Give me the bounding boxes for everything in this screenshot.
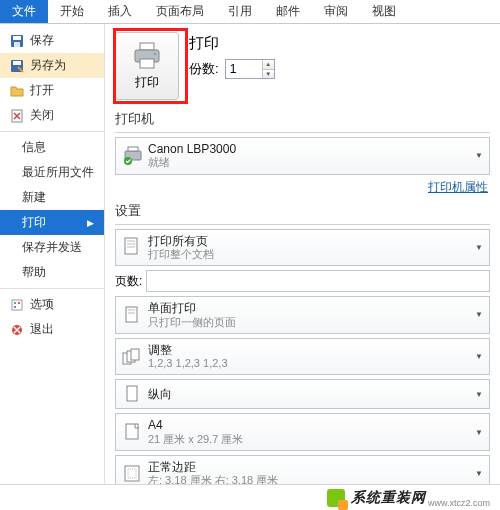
dd-sub: 打印整个文档 bbox=[148, 248, 214, 261]
sidebar-label: 退出 bbox=[30, 321, 54, 338]
svg-point-17 bbox=[124, 157, 132, 165]
settings-section-title: 设置 bbox=[115, 202, 490, 220]
tab-insert[interactable]: 插入 bbox=[96, 0, 144, 23]
document-icon bbox=[122, 237, 142, 257]
svg-rect-2 bbox=[14, 42, 20, 47]
brand-logo-icon bbox=[327, 489, 345, 507]
copies-spinner[interactable]: ▲▼ bbox=[225, 59, 275, 79]
svg-rect-18 bbox=[125, 238, 137, 254]
orientation-dropdown[interactable]: 纵向 ▼ bbox=[115, 379, 490, 409]
svg-rect-7 bbox=[14, 302, 16, 304]
tab-mailings[interactable]: 邮件 bbox=[264, 0, 312, 23]
duplex-dropdown[interactable]: 单面打印只打印一侧的页面 ▼ bbox=[115, 296, 490, 334]
sidebar-label: 信息 bbox=[22, 139, 46, 156]
watermark-footer: 系统重装网 www.xtcz2.com bbox=[0, 484, 500, 510]
printer-large-icon bbox=[130, 41, 164, 71]
printer-name: Canon LBP3000 bbox=[148, 142, 236, 156]
copies-input[interactable] bbox=[226, 60, 262, 78]
svg-rect-6 bbox=[12, 300, 22, 310]
printer-section-title: 打印机 bbox=[115, 110, 490, 128]
svg-point-14 bbox=[154, 53, 157, 56]
sidebar-item-close[interactable]: 关闭 bbox=[0, 103, 104, 128]
single-side-icon bbox=[122, 305, 142, 325]
chevron-down-icon: ▼ bbox=[475, 428, 483, 437]
print-panel: 打印 打印 份数: ▲▼ 打印机 Canon LBP3000就绪 ▼ 打印机属性… bbox=[105, 24, 500, 510]
sidebar-item-info[interactable]: 信息 bbox=[0, 135, 104, 160]
sidebar-label: 保存并发送 bbox=[22, 239, 82, 256]
dd-sub: 1,2,3 1,2,3 1,2,3 bbox=[148, 357, 228, 370]
backstage-sidebar: 保存 另存为 打开 关闭 信息 最近所用文件 新建 打印▶ 保存并发送 帮助 选… bbox=[0, 24, 105, 510]
chevron-down-icon: ▼ bbox=[475, 310, 483, 319]
pages-input[interactable] bbox=[146, 270, 490, 292]
svg-rect-16 bbox=[128, 147, 138, 151]
printer-dropdown[interactable]: Canon LBP3000就绪 ▼ bbox=[115, 137, 490, 175]
tab-home[interactable]: 开始 bbox=[48, 0, 96, 23]
dd-title: A4 bbox=[148, 418, 243, 432]
chevron-down-icon: ▼ bbox=[475, 243, 483, 252]
svg-rect-29 bbox=[126, 424, 138, 439]
print-scope-dropdown[interactable]: 打印所有页打印整个文档 ▼ bbox=[115, 229, 490, 267]
dd-title: 打印所有页 bbox=[148, 234, 214, 248]
paper-icon bbox=[122, 422, 142, 442]
sidebar-label: 帮助 bbox=[22, 264, 46, 281]
sidebar-item-options[interactable]: 选项 bbox=[0, 292, 104, 317]
dd-title: 正常边距 bbox=[148, 460, 278, 474]
print-button[interactable]: 打印 bbox=[115, 32, 179, 100]
sidebar-label: 最近所用文件 bbox=[22, 164, 94, 181]
sidebar-item-save-send[interactable]: 保存并发送 bbox=[0, 235, 104, 260]
save-icon bbox=[10, 34, 24, 48]
sidebar-label: 保存 bbox=[30, 32, 54, 49]
collate-icon bbox=[122, 347, 142, 367]
copies-up[interactable]: ▲ bbox=[263, 60, 274, 70]
sidebar-label: 选项 bbox=[30, 296, 54, 313]
brand-url: www.xtcz2.com bbox=[428, 498, 490, 508]
chevron-down-icon: ▼ bbox=[475, 151, 483, 160]
tab-review[interactable]: 审阅 bbox=[312, 0, 360, 23]
svg-rect-28 bbox=[127, 386, 137, 401]
sidebar-item-recent[interactable]: 最近所用文件 bbox=[0, 160, 104, 185]
sidebar-item-help[interactable]: 帮助 bbox=[0, 260, 104, 285]
chevron-down-icon: ▼ bbox=[475, 352, 483, 361]
sidebar-label: 打开 bbox=[30, 82, 54, 99]
svg-rect-11 bbox=[140, 43, 154, 50]
svg-rect-13 bbox=[140, 59, 154, 68]
collate-dropdown[interactable]: 调整1,2,3 1,2,3 1,2,3 ▼ bbox=[115, 338, 490, 376]
tab-view[interactable]: 视图 bbox=[360, 0, 408, 23]
tab-file[interactable]: 文件 bbox=[0, 0, 48, 23]
dd-title: 单面打印 bbox=[148, 301, 236, 315]
dd-title: 调整 bbox=[148, 343, 228, 357]
svg-rect-30 bbox=[125, 466, 139, 481]
svg-rect-1 bbox=[13, 36, 21, 40]
sidebar-label: 另存为 bbox=[30, 57, 66, 74]
save-as-icon bbox=[10, 59, 24, 73]
svg-rect-27 bbox=[131, 349, 139, 360]
svg-rect-22 bbox=[126, 307, 137, 322]
copies-down[interactable]: ▼ bbox=[263, 70, 274, 79]
tab-layout[interactable]: 页面布局 bbox=[144, 0, 216, 23]
exit-icon bbox=[10, 323, 24, 337]
sidebar-item-print[interactable]: 打印▶ bbox=[0, 210, 104, 235]
sidebar-label: 打印 bbox=[22, 214, 46, 231]
sidebar-item-save-as[interactable]: 另存为 bbox=[0, 53, 104, 78]
chevron-down-icon: ▼ bbox=[475, 390, 483, 399]
pages-label: 页数: bbox=[115, 273, 142, 290]
tab-references[interactable]: 引用 bbox=[216, 0, 264, 23]
print-title: 打印 bbox=[189, 34, 275, 53]
sidebar-item-exit[interactable]: 退出 bbox=[0, 317, 104, 342]
sidebar-label: 新建 bbox=[22, 189, 46, 206]
printer-device-icon bbox=[122, 146, 142, 166]
printer-properties-link[interactable]: 打印机属性 bbox=[428, 180, 488, 194]
ribbon-tabs: 文件 开始 插入 页面布局 引用 邮件 审阅 视图 bbox=[0, 0, 500, 24]
sidebar-item-open[interactable]: 打开 bbox=[0, 78, 104, 103]
sidebar-item-save[interactable]: 保存 bbox=[0, 28, 104, 53]
chevron-right-icon: ▶ bbox=[87, 218, 94, 228]
sidebar-item-new[interactable]: 新建 bbox=[0, 185, 104, 210]
print-button-label: 打印 bbox=[135, 74, 159, 91]
svg-rect-4 bbox=[13, 61, 21, 65]
copies-label: 份数: bbox=[189, 60, 219, 78]
chevron-down-icon: ▼ bbox=[475, 469, 483, 478]
portrait-icon bbox=[122, 384, 142, 404]
paper-size-dropdown[interactable]: A421 厘米 x 29.7 厘米 ▼ bbox=[115, 413, 490, 451]
svg-rect-8 bbox=[18, 302, 20, 304]
svg-rect-9 bbox=[14, 306, 16, 308]
